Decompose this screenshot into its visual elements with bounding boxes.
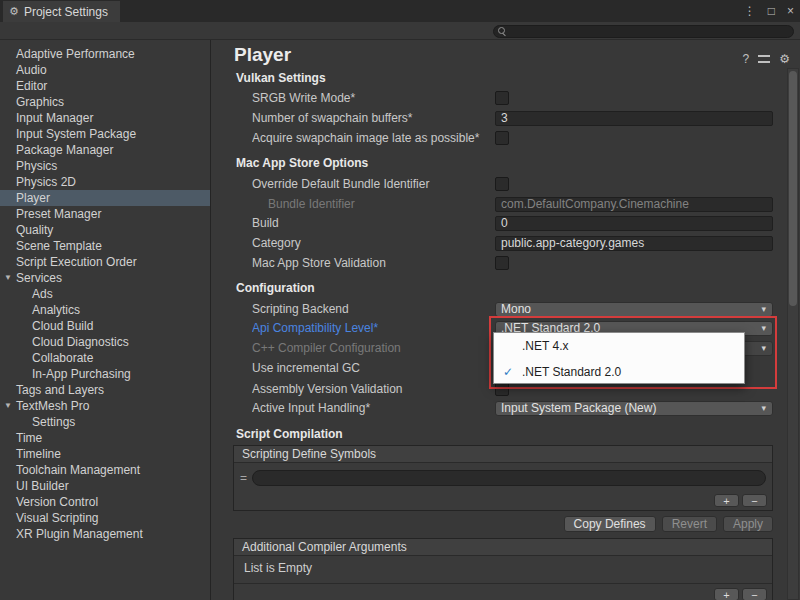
scripting-backend-dropdown[interactable]: Mono ▾ [495, 302, 773, 317]
srgb-write-mode-checkbox[interactable] [495, 91, 509, 105]
active-input-handling-dropdown[interactable]: Input System Package (New) ▾ [495, 401, 773, 416]
sidebar-item-analytics[interactable]: Analytics [0, 302, 210, 318]
foldout-arrow-icon[interactable]: ▼ [4, 398, 16, 414]
sidebar-item-visual-scripting[interactable]: Visual Scripting [0, 510, 210, 526]
sidebar-item-player[interactable]: Player [0, 190, 210, 206]
sidebar-item-input-manager[interactable]: Input Manager [0, 110, 210, 126]
sidebar-item-ads[interactable]: Ads [0, 286, 210, 302]
sidebar-item-audio[interactable]: Audio [0, 62, 210, 78]
add-button[interactable]: + [714, 588, 739, 600]
sidebar-item-preset-manager[interactable]: Preset Manager [0, 206, 210, 222]
sidebar-item-input-system-package[interactable]: Input System Package [0, 126, 210, 142]
field-label: Bundle Identifier [252, 197, 495, 211]
page-title: Player [234, 44, 291, 66]
section-header-vulkan-settings: Vulkan Settings [236, 70, 326, 86]
field-label: Number of swapchain buffers* [252, 111, 495, 125]
sidebar-item-time[interactable]: Time [0, 430, 210, 446]
search-input[interactable] [510, 26, 793, 37]
sidebar-item-scene-template[interactable]: Scene Template [0, 238, 210, 254]
sidebar-item-toolchain-management[interactable]: Toolchain Management [0, 462, 210, 478]
list-buttons: + − [714, 494, 767, 507]
remove-button[interactable]: − [742, 588, 767, 600]
field-value: 0 [501, 216, 508, 230]
sidebar-item-label: Services [16, 270, 62, 286]
scripting-define-symbols-panel: Scripting Define Symbols = + − [233, 445, 773, 511]
mac-app-store-validation-checkbox[interactable] [495, 256, 509, 270]
popup-item-net-4x[interactable]: .NET 4.x [494, 333, 744, 359]
chevron-down-icon: ▾ [761, 403, 767, 413]
field-label: Mac App Store Validation [252, 256, 495, 270]
field-label: Use incremental GC [252, 361, 495, 375]
chevron-down-icon: ▾ [761, 323, 767, 333]
popup-item-net-standard-20[interactable]: ✓ .NET Standard 2.0 [494, 359, 744, 385]
define-symbols-actions: Copy Defines Revert Apply [564, 516, 773, 532]
swapchain-buffers-row: Number of swapchain buffers* 3 [252, 109, 773, 127]
section-header-configuration: Configuration [236, 280, 315, 296]
sidebar-item-package-manager[interactable]: Package Manager [0, 142, 210, 158]
field-label: Api Compatibility Level* [252, 321, 495, 335]
build-input[interactable]: 0 [495, 216, 773, 231]
search-icon [498, 27, 507, 36]
project-settings-tab[interactable]: ⚙ Project Settings [3, 1, 120, 22]
search-box[interactable] [493, 25, 794, 38]
field-label: Scripting Backend [252, 302, 495, 316]
presets-icon[interactable] [758, 54, 770, 64]
sidebar-item-tags-and-layers[interactable]: Tags and Layers [0, 382, 210, 398]
sidebar-item-label: TextMesh Pro [16, 398, 89, 414]
window-menu-icon[interactable]: ⋮ [744, 4, 756, 18]
sidebar-item-xr-plugin-management[interactable]: XR Plugin Management [0, 526, 210, 542]
sidebar-item-version-control[interactable]: Version Control [0, 494, 210, 510]
drag-handle-icon[interactable]: = [240, 471, 247, 485]
sidebar-item-cloud-diagnostics[interactable]: Cloud Diagnostics [0, 334, 210, 350]
sidebar-item-editor[interactable]: Editor [0, 78, 210, 94]
acquire-swapchain-checkbox[interactable] [495, 131, 509, 145]
override-bundle-identifier-checkbox[interactable] [495, 177, 509, 191]
popup-item-label: .NET 4.x [522, 339, 568, 353]
vertical-scrollbar[interactable] [787, 68, 799, 600]
acquire-swapchain-row: Acquire swapchain image late as possible… [252, 129, 773, 147]
field-label: Acquire swapchain image late as possible… [252, 131, 495, 145]
sidebar-item-script-execution-order[interactable]: Script Execution Order [0, 254, 210, 270]
tab-label: Project Settings [24, 5, 108, 19]
window-close-icon[interactable]: × [787, 4, 794, 18]
sidebar-item-ui-builder[interactable]: UI Builder [0, 478, 210, 494]
field-label: SRGB Write Mode* [252, 91, 495, 105]
sidebar-item-adaptive-performance[interactable]: Adaptive Performance [0, 46, 210, 62]
remove-button[interactable]: − [742, 494, 767, 507]
field-label: Assembly Version Validation [252, 382, 495, 396]
scrollbar-thumb[interactable] [789, 71, 797, 306]
sidebar-item-in-app-purchasing[interactable]: In-App Purchasing [0, 366, 210, 382]
settings-gear-icon[interactable]: ⚙ [779, 52, 790, 66]
dropdown-value: Mono [501, 302, 761, 316]
foldout-arrow-icon[interactable]: ▼ [4, 270, 16, 286]
category-input[interactable]: public.app-category.games [495, 236, 773, 251]
sidebar-item-physics-2d[interactable]: Physics 2D [0, 174, 210, 190]
swapchain-buffers-input[interactable]: 3 [495, 111, 773, 126]
sidebar-item-collaborate[interactable]: Collaborate [0, 350, 210, 366]
field-label: C++ Compiler Configuration [252, 341, 495, 355]
sidebar-item-physics[interactable]: Physics [0, 158, 210, 174]
panel-header: Additional Compiler Arguments [234, 539, 772, 556]
additional-compiler-arguments-panel: Additional Compiler Arguments List is Em… [233, 538, 773, 600]
sidebar-item-textmesh-pro[interactable]: ▼ TextMesh Pro [0, 398, 210, 414]
revert-button[interactable]: Revert [662, 516, 717, 532]
bundle-identifier-row: Bundle Identifier com.DefaultCompany.Cin… [252, 195, 773, 213]
help-icon[interactable]: ? [743, 52, 750, 66]
sidebar-item-tmp-settings[interactable]: Settings [0, 414, 210, 430]
panel-header: Scripting Define Symbols [234, 446, 772, 463]
active-input-handling-row: Active Input Handling* Input System Pack… [252, 399, 773, 417]
build-row: Build 0 [252, 214, 773, 232]
copy-defines-button[interactable]: Copy Defines [564, 516, 656, 532]
apply-button[interactable]: Apply [723, 516, 773, 532]
sidebar-item-timeline[interactable]: Timeline [0, 446, 210, 462]
sidebar-item-services[interactable]: ▼ Services [0, 270, 210, 286]
sidebar-item-cloud-build[interactable]: Cloud Build [0, 318, 210, 334]
sidebar-item-quality[interactable]: Quality [0, 222, 210, 238]
scripting-backend-row: Scripting Backend Mono ▾ [252, 300, 773, 318]
field-label: Build [252, 216, 495, 230]
window-maximize-icon[interactable]: □ [768, 4, 775, 18]
define-symbol-input[interactable] [252, 470, 766, 486]
field-value: 3 [501, 111, 508, 125]
sidebar-item-graphics[interactable]: Graphics [0, 94, 210, 110]
add-button[interactable]: + [714, 494, 739, 507]
